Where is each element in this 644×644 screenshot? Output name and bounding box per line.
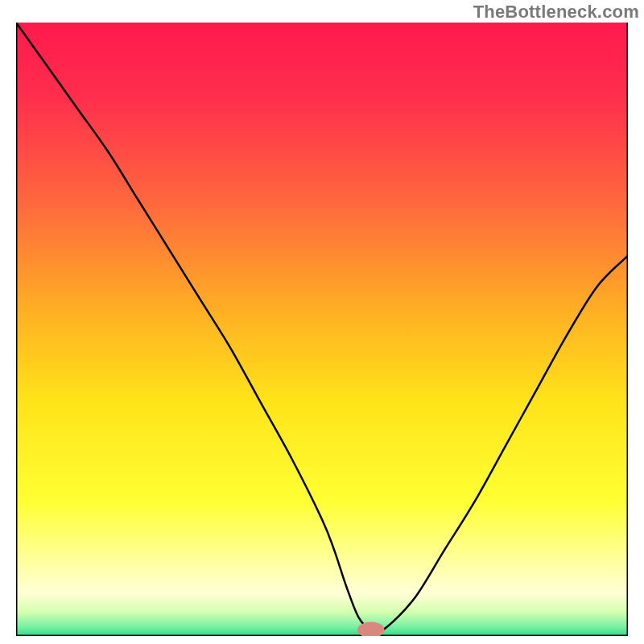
chart-container: TheBottleneck.com xyxy=(0,0,644,644)
plot-area xyxy=(16,23,628,636)
plot-background xyxy=(16,23,628,636)
plot-svg xyxy=(16,23,628,636)
watermark-label: TheBottleneck.com xyxy=(473,2,639,23)
